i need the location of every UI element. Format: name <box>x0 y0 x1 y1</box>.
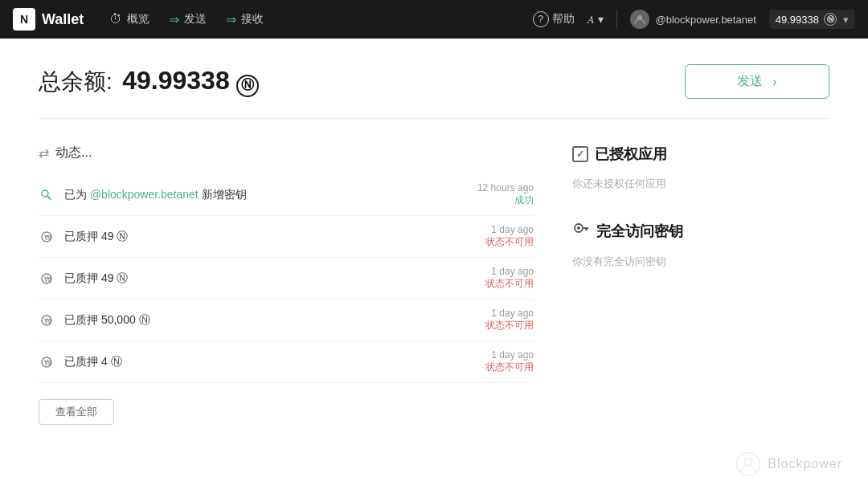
blockpower-logo-icon <box>735 451 761 477</box>
nav-overview[interactable]: ⏱ 概览 <box>109 12 149 26</box>
key-icon <box>572 220 590 242</box>
activity-meta-4: 1 day ago 状态不可用 <box>485 349 534 374</box>
svg-text:₩: ₩ <box>44 275 51 283</box>
watermark-text: Blockpower <box>768 457 842 471</box>
activity-meta-2: 1 day ago 状态不可用 <box>485 266 534 291</box>
account-name: @blockpower.betanet <box>656 14 756 26</box>
nav-send-label: 发送 <box>184 12 207 26</box>
view-all-button[interactable]: 查看全部 <box>39 399 114 425</box>
watermark: Blockpower <box>735 451 842 477</box>
activity-status-3: 状态不可用 <box>485 319 534 332</box>
nav-overview-label: 概览 <box>127 12 149 26</box>
full-access-keys-title: 完全访问密钥 <box>572 220 829 242</box>
right-column: ✓ 已授权应用 你还未授权任何应用 <box>572 145 829 425</box>
full-access-keys-title-text: 完全访问密钥 <box>596 222 683 241</box>
checkbox-icon: ✓ <box>572 146 588 162</box>
nav-receive-label: 接收 <box>241 12 264 26</box>
activity-item: ₩ 已质押 50,000 Ⓝ 1 day ago 状态不可用 <box>39 299 534 341</box>
help-label: 帮助 <box>552 12 575 26</box>
nav-n-symbol: Ⓝ <box>824 13 837 26</box>
authorized-apps-empty: 你还未授权任何应用 <box>572 173 829 194</box>
activity-text-2: 已质押 49 Ⓝ <box>64 271 485 286</box>
activity-section: ⇄ 动态... 已为 @blockpower.betanet 新增密钥 <box>39 145 534 425</box>
activity-time-4: 1 day ago <box>485 349 534 361</box>
activity-meta-1: 1 day ago 状态不可用 <box>485 224 534 249</box>
activity-time-3: 1 day ago <box>485 308 534 319</box>
receive-arrow-icon: ⇒ <box>226 12 236 27</box>
activity-title-text: 动态... <box>55 145 92 161</box>
svg-point-13 <box>744 458 752 466</box>
activity-time-1: 1 day ago <box>485 224 534 235</box>
view-all-label: 查看全部 <box>55 405 97 418</box>
authorized-apps-title: ✓ 已授权应用 <box>572 145 829 164</box>
send-arrow-icon: ⇒ <box>169 12 179 27</box>
activity-meta-3: 1 day ago 状态不可用 <box>485 308 534 332</box>
svg-point-1 <box>42 190 48 197</box>
lang-icon: 𝐴 <box>588 13 595 26</box>
activity-status-4: 状态不可用 <box>485 361 534 374</box>
help-button[interactable]: ? 帮助 <box>533 11 575 27</box>
account-button[interactable]: @blockpower.betanet <box>630 10 756 29</box>
lang-dropdown-icon: ▾ <box>598 13 604 26</box>
activity-list: 已为 @blockpower.betanet 新增密钥 12 hours ago… <box>39 174 534 383</box>
full-access-keys-section: 完全访问密钥 你没有完全访问密钥 <box>572 220 829 272</box>
overview-icon: ⏱ <box>109 12 122 26</box>
activity-item: 已为 @blockpower.betanet 新增密钥 12 hours ago… <box>39 174 534 216</box>
nav-balance-amount: 49.99338 <box>776 14 819 26</box>
near-logo-icon: N <box>13 8 35 31</box>
full-access-keys-empty: 你没有完全访问密钥 <box>572 251 829 272</box>
activity-time-2: 1 day ago <box>485 266 534 277</box>
send-button[interactable]: 发送 › <box>685 64 829 99</box>
authorized-apps-section: ✓ 已授权应用 你还未授权任何应用 <box>572 145 829 194</box>
svg-text:₩: ₩ <box>44 359 51 367</box>
activity-time-0: 12 hours ago <box>477 182 534 194</box>
balance-amount: 49.99338 <box>122 66 229 95</box>
balance-section: 总余额: 49.99338 Ⓝ 发送 › <box>39 64 829 119</box>
stake-activity-icon-4: ₩ <box>39 354 55 370</box>
nav-dropdown-icon: ▾ <box>843 14 849 26</box>
send-button-arrow: › <box>772 75 776 89</box>
balance-label: 总余额: <box>39 69 113 94</box>
nav-send[interactable]: ⇒ 发送 <box>169 12 207 27</box>
nav-right-section: ? 帮助 𝐴 ▾ @blockpower.betanet 49.99338 Ⓝ … <box>533 10 855 29</box>
nav-balance-display: 49.99338 Ⓝ ▾ <box>769 10 855 29</box>
activity-text-1: 已质押 49 Ⓝ <box>64 230 485 244</box>
language-selector[interactable]: 𝐴 ▾ <box>588 13 604 26</box>
svg-text:₩: ₩ <box>44 317 51 325</box>
top-navigation: N Wallet ⏱ 概览 ⇒ 发送 ⇒ 接收 ? 帮助 𝐴 ▾ <box>0 0 868 39</box>
key-activity-icon <box>39 187 55 203</box>
activity-item: ₩ 已质押 49 Ⓝ 1 day ago 状态不可用 <box>39 216 534 258</box>
send-button-label: 发送 <box>737 73 763 90</box>
nav-divider <box>616 10 617 29</box>
svg-text:₩: ₩ <box>44 234 51 242</box>
activity-status-0: 成功 <box>477 194 534 207</box>
authorized-apps-title-text: 已授权应用 <box>595 145 667 164</box>
app-title: Wallet <box>42 11 84 28</box>
activity-status-2: 状态不可用 <box>485 277 534 291</box>
main-content: 总余额: 49.99338 Ⓝ 发送 › ⇄ 动态... <box>0 39 868 493</box>
stake-activity-icon-3: ₩ <box>39 312 55 328</box>
content-columns: ⇄ 动态... 已为 @blockpower.betanet 新增密钥 <box>39 145 829 425</box>
balance-n-symbol: Ⓝ <box>236 75 259 97</box>
help-circle-icon: ? <box>533 11 549 27</box>
activity-text-0: 已为 @blockpower.betanet 新增密钥 <box>64 188 477 202</box>
activity-meta-0: 12 hours ago 成功 <box>477 182 534 207</box>
svg-point-11 <box>577 226 580 230</box>
activity-title: ⇄ 动态... <box>39 145 534 161</box>
account-avatar <box>630 10 649 29</box>
stake-activity-icon-2: ₩ <box>39 271 55 287</box>
activity-text-4: 已质押 4 Ⓝ <box>64 355 485 369</box>
nav-receive[interactable]: ⇒ 接收 <box>226 12 264 27</box>
activity-item: ₩ 已质押 49 Ⓝ 1 day ago 状态不可用 <box>39 258 534 299</box>
activity-text-3: 已质押 50,000 Ⓝ <box>64 313 485 328</box>
activity-item: ₩ 已质押 4 Ⓝ 1 day ago 状态不可用 <box>39 341 534 383</box>
stake-activity-icon: ₩ <box>39 229 55 245</box>
balance-display: 总余额: 49.99338 Ⓝ <box>39 66 259 97</box>
activity-status-1: 状态不可用 <box>485 235 534 249</box>
app-logo[interactable]: N Wallet <box>13 8 84 31</box>
activity-arrows-icon: ⇄ <box>39 145 49 161</box>
